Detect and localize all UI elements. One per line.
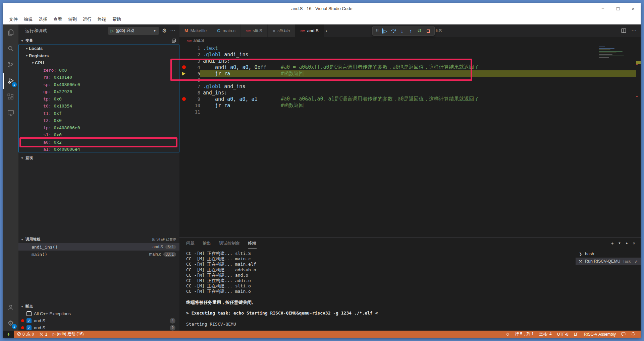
- register-row-gp[interactable]: gp: 0x27920: [19, 88, 179, 95]
- breakpoint-row[interactable]: ✓and.S4: [18, 317, 179, 324]
- partially-hidden-tab[interactable]: ldi.S: [433, 24, 442, 37]
- tab-slti.bin[interactable]: ≡slti.bin: [268, 24, 295, 37]
- feedback-icon[interactable]: [619, 331, 628, 338]
- settings-gear-icon[interactable]: ⚙ 1: [3, 315, 18, 331]
- problems-indicator[interactable]: 0 0: [14, 331, 37, 338]
- breadcrumb-file[interactable]: and.S: [194, 38, 204, 43]
- editor-gutter[interactable]: 9: [179, 96, 200, 102]
- menu-item-8[interactable]: 帮助: [109, 15, 124, 24]
- breakpoint-checkbox[interactable]: [26, 311, 32, 316]
- extensions-icon[interactable]: [3, 89, 18, 105]
- new-terminal-icon[interactable]: +: [611, 241, 614, 246]
- watch-section-header[interactable]: ▼ 监视: [18, 154, 179, 162]
- indentation[interactable]: 空格: 4: [536, 331, 554, 338]
- editor-gutter[interactable]: 2: [179, 51, 200, 58]
- editor-gutter[interactable]: 4: [179, 64, 200, 70]
- step-out-button[interactable]: ↑: [407, 28, 415, 34]
- code-line-8[interactable]: 8and_ins:: [179, 89, 636, 96]
- debug-session-indicator[interactable]: ▷ (gdb) 启动 (16): [50, 331, 87, 338]
- code-line-3[interactable]: 3andi_ins:: [179, 58, 636, 64]
- register-row-a1[interactable]: a1: 0x408006e4: [19, 146, 179, 152]
- register-row-sp[interactable]: sp: 0x408006c0: [19, 81, 179, 88]
- register-row-a0[interactable]: a0: 0x2: [19, 139, 179, 146]
- breakpoint-dot-icon[interactable]: [182, 97, 186, 101]
- menu-item-4[interactable]: 查看: [50, 15, 65, 24]
- code-line-9[interactable]: 9 and a0, a0, a1#a0 = a0&a1,a0、a1是C语言调用者…: [179, 96, 636, 102]
- close-button[interactable]: ×: [626, 3, 641, 14]
- minimap[interactable]: [599, 46, 635, 61]
- code-line-2[interactable]: 2.globl andi_ins: [179, 51, 636, 58]
- register-row-ra[interactable]: ra: 0x101e0: [19, 74, 179, 81]
- explorer-icon[interactable]: [3, 24, 18, 41]
- panel-tab-问题[interactable]: 问题: [186, 237, 195, 249]
- stack-frame[interactable]: main()main.c33:1: [18, 251, 179, 258]
- menu-item-3[interactable]: 选择: [36, 15, 50, 24]
- editor-scrollbar[interactable]: [636, 44, 641, 237]
- accounts-icon[interactable]: [3, 299, 18, 315]
- code-line-6[interactable]: 6: [179, 77, 636, 83]
- maximize-panel-icon[interactable]: ▼: [625, 242, 628, 245]
- code-line-1[interactable]: 1.text: [179, 45, 636, 51]
- tab-slti.S[interactable]: ASMslti.S: [241, 24, 268, 37]
- editor-gutter[interactable]: 11: [179, 109, 200, 115]
- start-debug-icon[interactable]: ▷: [111, 28, 114, 33]
- code-line-4[interactable]: 4 andi a0, a0, 0xff#a0 = a0&0xff,a0是C语言调…: [179, 64, 636, 70]
- tab-overflow-chevron-icon[interactable]: ›: [326, 28, 327, 33]
- panel-tab-调试控制台[interactable]: 调试控制台: [219, 237, 240, 249]
- stop-button[interactable]: [424, 28, 433, 34]
- eol-sequence[interactable]: LF: [571, 331, 581, 338]
- menu-item-7[interactable]: 终端: [95, 15, 109, 24]
- code-editor[interactable]: 1.text2.globl andi_ins3andi_ins:4 andi a…: [179, 44, 641, 237]
- run-and-debug-icon[interactable]: 1: [3, 73, 18, 89]
- breakpoint-row[interactable]: ✓and.S9: [18, 324, 179, 331]
- tab-Makefile[interactable]: MMakefile: [179, 24, 212, 37]
- maximize-button[interactable]: □: [610, 3, 626, 14]
- menu-item-5[interactable]: 转到: [65, 15, 80, 24]
- panel-tab-终端[interactable]: 终端: [248, 237, 257, 249]
- register-row-zero[interactable]: zero: 0x0: [19, 67, 179, 74]
- editor-gutter[interactable]: 1: [179, 45, 200, 51]
- callstack-section-header[interactable]: ▼ 调用堆栈 因 STEP 已暂停: [18, 235, 179, 243]
- stack-frame[interactable]: andi_ins()and.S5:1: [18, 243, 179, 251]
- terminal-dropdown-icon[interactable]: ▼: [618, 242, 621, 245]
- register-row-t1[interactable]: t1: 0xf: [19, 110, 179, 117]
- register-row-t2[interactable]: t2: 0x0: [19, 117, 179, 124]
- remote-indicator[interactable]: [3, 331, 14, 338]
- register-row-t0[interactable]: t0: 0x10354: [19, 103, 179, 110]
- menu-item-6[interactable]: 运行: [80, 15, 95, 24]
- breakpoint-checkbox[interactable]: ✓: [26, 325, 32, 330]
- editor-gutter[interactable]: 6: [179, 77, 200, 83]
- terminal-output[interactable]: CC -[M] 正在构建... slti.SCC -[M] 正在构建... ma…: [179, 249, 576, 331]
- variables-section-header[interactable]: ▼ 变量: [18, 37, 179, 45]
- running-tasks-indicator[interactable]: 1: [37, 331, 50, 338]
- flame-icon[interactable]: [503, 331, 512, 338]
- register-row-fp[interactable]: fp: 0x408006e0: [19, 124, 179, 132]
- code-line-10[interactable]: 10 jr ra#函数返回: [179, 102, 636, 109]
- tree-group-cpu[interactable]: ▼CPU: [19, 59, 179, 67]
- encoding[interactable]: UTF-8: [554, 331, 571, 338]
- tab-main.c[interactable]: Cmain.c: [212, 24, 241, 37]
- editor-gutter[interactable]: 10: [179, 102, 200, 109]
- search-icon[interactable]: [3, 41, 18, 57]
- continue-button[interactable]: ▷: [380, 28, 389, 34]
- editor-gutter[interactable]: 8: [179, 89, 200, 96]
- split-editor-icon[interactable]: [621, 28, 626, 33]
- breakpoint-row[interactable]: All C++ Exceptions: [18, 310, 179, 317]
- minimize-button[interactable]: −: [595, 3, 610, 14]
- more-actions-icon[interactable]: ⋯: [631, 27, 637, 34]
- breakpoint-checkbox[interactable]: ✓: [26, 318, 32, 323]
- register-row-tp[interactable]: tp: 0x0: [19, 95, 179, 103]
- close-panel-icon[interactable]: ×: [633, 241, 635, 246]
- editor-gutter[interactable]: 3: [179, 58, 200, 64]
- terminal-list-item[interactable]: ❯bash: [576, 250, 641, 258]
- breakpoints-section-header[interactable]: ▼ 断点: [18, 302, 179, 310]
- breakpoint-dot-icon[interactable]: [182, 65, 186, 69]
- collapse-all-icon[interactable]: [172, 39, 176, 43]
- menu-item-2[interactable]: 编辑: [21, 15, 36, 24]
- restart-button[interactable]: ↺: [415, 28, 424, 34]
- tab-and.S[interactable]: ASMand.S: [295, 24, 324, 37]
- code-line-7[interactable]: 7.globl and_ins: [179, 83, 636, 89]
- notifications-bell-icon[interactable]: [628, 331, 638, 338]
- menu-item-1[interactable]: 文件: [6, 15, 21, 24]
- register-row-s1[interactable]: s1: 0x0: [19, 131, 179, 139]
